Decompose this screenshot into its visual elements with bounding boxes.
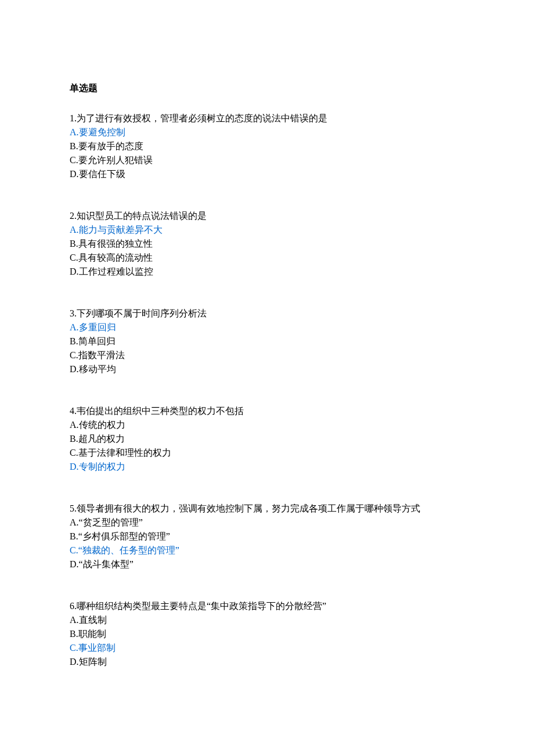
option: B.超凡的权力 [70, 432, 464, 446]
option: C.指数平滑法 [70, 348, 464, 362]
question-block: 3.下列哪项不属于时间序列分析法A.多重回归B.简单回归C.指数平滑法D.移动平… [70, 307, 464, 376]
question-stem: 5.领导者拥有很大的权力，强调有效地控制下属，努力完成各项工作属于哪种领导方式 [70, 502, 464, 516]
option: A.直线制 [70, 613, 464, 627]
option: C.基于法律和理性的权力 [70, 446, 464, 460]
question-stem: 4.韦伯提出的组织中三种类型的权力不包括 [70, 404, 464, 418]
option-answer: C.事业部制 [70, 641, 464, 655]
questions-container: 1.为了进行有效授权，管理者必须树立的态度的说法中错误的是A.要避免控制B.要有… [70, 111, 464, 669]
option: B.要有放手的态度 [70, 139, 464, 153]
option: D.移动平均 [70, 362, 464, 376]
page-content: 单选题 1.为了进行有效授权，管理者必须树立的态度的说法中错误的是A.要避免控制… [0, 0, 534, 727]
question-stem: 6.哪种组织结构类型最主要特点是“集中政策指导下的分散经营” [70, 599, 464, 613]
question-block: 5.领导者拥有很大的权力，强调有效地控制下属，努力完成各项工作属于哪种领导方式A… [70, 502, 464, 571]
option: D.“战斗集体型” [70, 557, 464, 571]
option: D.工作过程难以监控 [70, 265, 464, 279]
question-stem: 3.下列哪项不属于时间序列分析法 [70, 307, 464, 321]
question-block: 4.韦伯提出的组织中三种类型的权力不包括A.传统的权力B.超凡的权力C.基于法律… [70, 404, 464, 474]
question-stem: 1.为了进行有效授权，管理者必须树立的态度的说法中错误的是 [70, 111, 464, 125]
question-block: 2.知识型员工的特点说法错误的是A.能力与贡献差异不大B.具有很强的独立性C.具… [70, 209, 464, 279]
option: B.职能制 [70, 627, 464, 641]
option: A.“贫乏型的管理” [70, 516, 464, 530]
option: B.具有很强的独立性 [70, 237, 464, 251]
option-answer: A.要避免控制 [70, 125, 464, 139]
option: B.“乡村俱乐部型的管理” [70, 530, 464, 543]
option: A.传统的权力 [70, 418, 464, 432]
option: C.要允许别人犯错误 [70, 153, 464, 167]
question-stem: 2.知识型员工的特点说法错误的是 [70, 209, 464, 223]
option: C.具有较高的流动性 [70, 251, 464, 265]
option-answer: D.专制的权力 [70, 460, 464, 474]
question-block: 1.为了进行有效授权，管理者必须树立的态度的说法中错误的是A.要避免控制B.要有… [70, 111, 464, 181]
option: B.简单回归 [70, 334, 464, 348]
question-block: 6.哪种组织结构类型最主要特点是“集中政策指导下的分散经营”A.直线制B.职能制… [70, 599, 464, 669]
option-answer: A.多重回归 [70, 321, 464, 334]
section-title: 单选题 [70, 81, 464, 95]
option: D.要信任下级 [70, 167, 464, 181]
option-answer: C.“独裁的、任务型的管理” [70, 543, 464, 557]
option: D.矩阵制 [70, 655, 464, 669]
option-answer: A.能力与贡献差异不大 [70, 223, 464, 237]
